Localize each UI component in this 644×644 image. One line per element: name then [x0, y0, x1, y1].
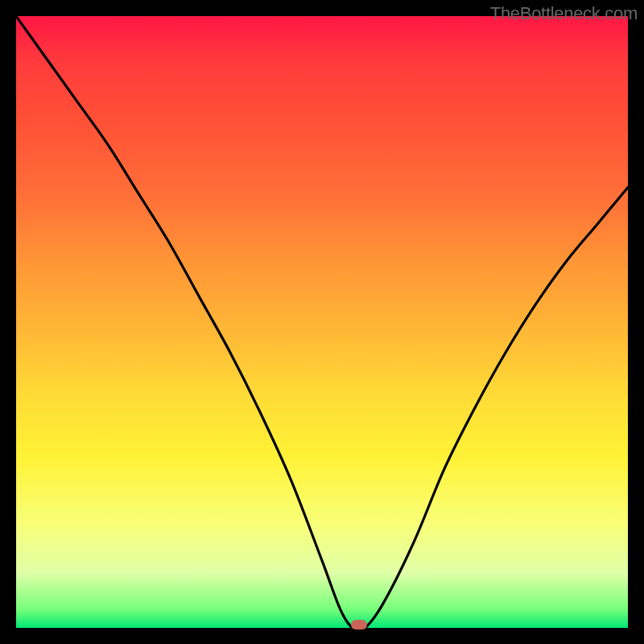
bottleneck-curve-path — [16, 16, 628, 628]
watermark-text: TheBottleneck.com — [490, 3, 638, 24]
chart-container: TheBottleneck.com — [0, 0, 644, 644]
curve-svg — [16, 16, 628, 628]
plot-area — [16, 16, 628, 628]
optimal-marker — [351, 620, 367, 630]
